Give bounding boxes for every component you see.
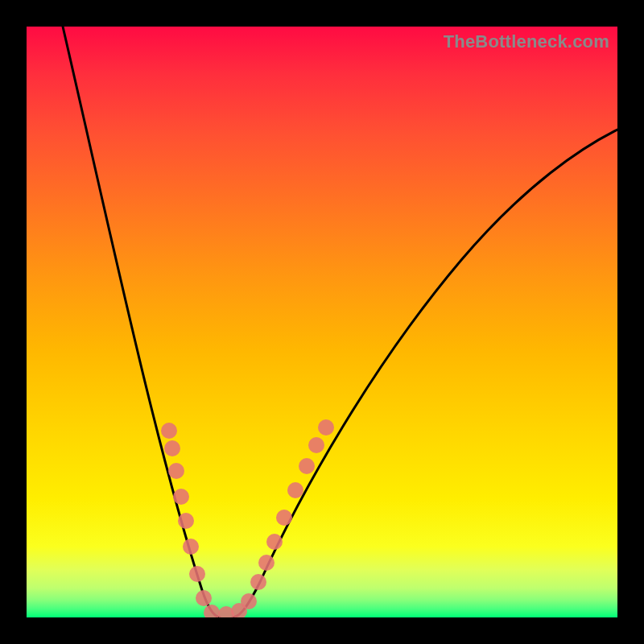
data-dot bbox=[196, 590, 212, 606]
data-dot bbox=[241, 593, 257, 609]
data-dot bbox=[308, 437, 324, 453]
left-curve bbox=[63, 27, 220, 617]
data-dot bbox=[183, 539, 199, 555]
data-dot bbox=[161, 423, 177, 439]
right-curve bbox=[233, 130, 617, 617]
data-dot bbox=[178, 513, 194, 529]
dots-group bbox=[161, 419, 334, 617]
data-dot bbox=[276, 510, 292, 526]
curves-svg bbox=[27, 27, 617, 617]
chart-frame: TheBottleneck.com bbox=[0, 0, 644, 644]
data-dot bbox=[250, 574, 266, 590]
data-dot bbox=[189, 566, 205, 582]
data-dot bbox=[258, 555, 275, 571]
data-dot bbox=[164, 440, 180, 456]
data-dot bbox=[287, 482, 303, 498]
plot-area: TheBottleneck.com bbox=[27, 27, 617, 617]
data-dot bbox=[168, 463, 184, 479]
data-dot bbox=[266, 534, 283, 550]
data-dot bbox=[204, 605, 220, 617]
data-dot bbox=[299, 458, 315, 474]
data-dot bbox=[318, 419, 334, 436]
data-dot bbox=[173, 489, 189, 505]
